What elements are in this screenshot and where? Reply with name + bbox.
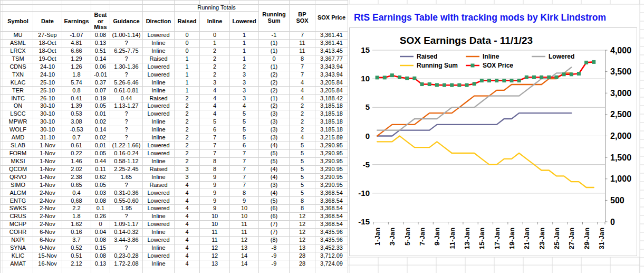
x-axis-tick-label: 27-Jan bbox=[568, 228, 575, 249]
data-point-marker bbox=[532, 76, 536, 79]
data-point-marker bbox=[443, 83, 446, 87]
data-point-marker bbox=[487, 79, 491, 82]
legend-label-running-sum: Running Sum bbox=[417, 62, 458, 69]
x-axis-tick-label: 5-Jan bbox=[403, 228, 411, 246]
x-axis-tick-label: 21-Jan bbox=[523, 228, 531, 249]
data-point-marker bbox=[525, 76, 528, 79]
right-axis-tick-label: 4,000 bbox=[610, 46, 631, 55]
right-axis-tick-label: 0 bbox=[610, 218, 615, 227]
data-point-marker bbox=[465, 83, 469, 87]
legend-label-inline: Inline bbox=[483, 53, 499, 60]
legend-marker bbox=[471, 64, 475, 68]
x-axis-tick-label: 17-Jan bbox=[493, 228, 501, 249]
data-point-marker bbox=[592, 60, 595, 64]
x-axis-tick-label: 1-Jan bbox=[373, 228, 381, 246]
page-title: RtS Earnings Table with tracking mods by… bbox=[354, 12, 606, 23]
x-axis-tick-label: 11-Jan bbox=[448, 228, 456, 249]
legend-label-sox-price: SOX Price bbox=[483, 62, 513, 69]
data-point-marker bbox=[428, 82, 431, 86]
data-point-marker bbox=[450, 83, 454, 87]
x-axis-tick-label: 19-Jan bbox=[508, 228, 516, 249]
right-axis-tick-label: 2,000 bbox=[610, 131, 631, 140]
left-axis-tick-label: -15 bbox=[358, 217, 370, 226]
right-axis-tick-label: 500 bbox=[610, 196, 624, 205]
data-point-marker bbox=[480, 79, 484, 82]
x-axis-tick-label: 7-Jan bbox=[418, 228, 426, 246]
right-axis-tick-label: 1,000 bbox=[610, 174, 631, 183]
data-point-marker bbox=[584, 61, 588, 64]
x-axis-tick-label: 25-Jan bbox=[553, 228, 561, 249]
data-point-marker bbox=[398, 76, 401, 79]
data-point-marker bbox=[412, 77, 416, 80]
x-axis-tick-label: 23-Jan bbox=[538, 228, 546, 249]
spreadsheet-canvas: Running Totals Running Sum BP SOX SOX Pr… bbox=[0, 0, 644, 273]
data-point-marker bbox=[457, 83, 461, 87]
data-point-marker bbox=[547, 76, 551, 79]
data-point-marker bbox=[495, 79, 498, 82]
left-axis-tick-label: 15 bbox=[361, 45, 370, 54]
data-point-marker bbox=[376, 76, 379, 79]
data-point-marker bbox=[517, 79, 521, 82]
chart-title: SOX Earnings Data - 11/1/23 bbox=[400, 35, 533, 46]
legend-label-lowered: Lowered bbox=[549, 53, 574, 60]
data-point-marker bbox=[510, 79, 513, 82]
data-point-marker bbox=[577, 72, 581, 76]
left-axis-tick-label: 5 bbox=[366, 102, 370, 111]
data-point-marker bbox=[540, 76, 543, 79]
data-point-marker bbox=[562, 72, 566, 76]
x-axis-tick-label: 31-Jan bbox=[598, 228, 605, 249]
left-axis-tick-label: -10 bbox=[358, 189, 370, 197]
data-point-marker bbox=[420, 82, 424, 86]
x-axis-tick-label: 29-Jan bbox=[583, 228, 591, 249]
x-axis-tick-label: 3-Jan bbox=[388, 228, 396, 246]
data-point-marker bbox=[554, 76, 558, 79]
left-axis-tick-label: 10 bbox=[361, 74, 370, 83]
data-point-marker bbox=[570, 72, 573, 76]
right-axis-tick-label: 2,500 bbox=[610, 110, 631, 119]
right-axis-tick-label: 3,500 bbox=[610, 67, 631, 76]
sox-earnings-chart[interactable]: RtS Earnings Table with tracking mods by… bbox=[0, 0, 644, 273]
x-axis-tick-label: 9-Jan bbox=[433, 228, 441, 246]
right-axis-tick-label: 1,500 bbox=[610, 153, 631, 162]
x-axis-tick-label: 15-Jan bbox=[478, 228, 486, 249]
data-point-marker bbox=[502, 79, 506, 82]
legend-label-raised: Raised bbox=[417, 53, 437, 60]
x-axis-tick-label: 13-Jan bbox=[463, 228, 471, 249]
left-axis-tick-label: 0 bbox=[366, 131, 370, 140]
left-axis-tick-label: -5 bbox=[363, 160, 370, 169]
data-point-marker bbox=[390, 73, 394, 77]
right-axis-tick-label: 3,000 bbox=[610, 89, 631, 98]
data-point-marker bbox=[383, 76, 387, 79]
data-point-marker bbox=[405, 77, 409, 80]
data-point-marker bbox=[435, 83, 439, 87]
data-point-marker bbox=[473, 82, 476, 86]
